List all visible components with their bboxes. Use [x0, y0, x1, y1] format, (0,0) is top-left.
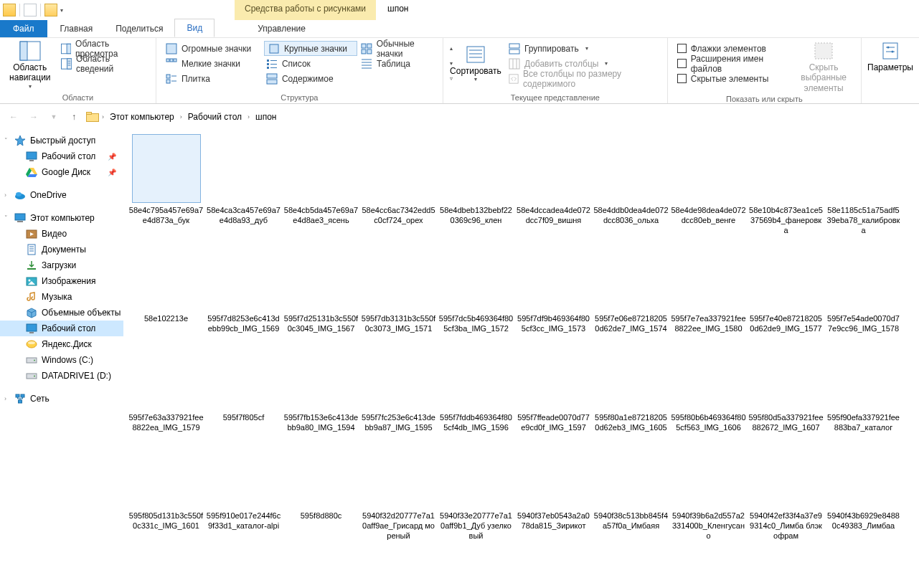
sidebar-3d-objects[interactable]: Объемные объекты	[0, 305, 123, 321]
sidebar-quick-gdrive[interactable]: Google Диск📌	[0, 164, 123, 180]
recent-locations-button[interactable]: ▼	[46, 109, 62, 125]
file-item[interactable]: 5940f43b6929e84880c49383_Лимбаа	[825, 440, 902, 541]
sidebar-yandex-disk[interactable]: Яндекс.Диск	[0, 336, 123, 352]
file-item[interactable]: 58e4dccadea4de072dcc7f09_вишня	[515, 134, 592, 235]
sidebar-quick-desktop[interactable]: Рабочий стол📌	[0, 148, 123, 164]
sidebar-desktop[interactable]: Рабочий стол	[0, 321, 123, 336]
file-item[interactable]: 5940f42ef33f4a37e99314c0_Лимба блэк офра…	[748, 440, 824, 541]
file-item[interactable]: 5940f32d20777e7a10aff9ae_Грисард мореный	[360, 440, 437, 541]
view-huge-icons[interactable]: Огромные значки	[164, 41, 263, 56]
file-item[interactable]: 595f7ffeade0070d77e9cd0f_IMG_1597	[515, 341, 592, 433]
file-item[interactable]: 595f7db3131b3c550f0c3073_IMG_1571	[360, 242, 437, 334]
file-item[interactable]: 58e4de98dea4de072dcc80eb_венге	[670, 134, 747, 235]
file-item[interactable]: 595f7d8253e6c413debb99cb_IMG_1569	[205, 242, 282, 334]
sort-button[interactable]: Сортировать ▾	[451, 41, 501, 86]
view-tiles[interactable]: Плитка	[164, 71, 263, 86]
file-item[interactable]: 595f7dc5b469364f805cf3ba_IMG_1572	[438, 242, 514, 334]
sidebar-downloads[interactable]: Загрузки	[0, 257, 123, 273]
file-item[interactable]: 58e4ca3ca457e69a7e4d8a93_дуб	[205, 134, 282, 235]
view-content[interactable]: Содержимое	[264, 71, 357, 86]
file-item[interactable]: 58e1185c51a75adf539eba78_калибровка	[825, 134, 902, 235]
chevron-right-icon[interactable]: ›	[180, 113, 182, 120]
file-item[interactable]: 595f7e63a337921fee8822ea_IMG_1579	[128, 341, 204, 433]
size-columns-button[interactable]: Все столбцы по размеру содержимого	[506, 71, 660, 86]
sidebar-music[interactable]: Музыка	[0, 289, 123, 305]
expand-icon[interactable]: ˅	[4, 137, 8, 144]
file-item[interactable]: 5940f49dc6a57f3812db4b37_Олива	[205, 549, 282, 589]
file-item[interactable]: 58e4dbeb132bebf220369c96_клен	[438, 134, 514, 235]
group-by-button[interactable]: Группировать	[506, 41, 660, 56]
file-item[interactable]: 595f7df9b469364f805cf3cc_IMG_1573	[515, 242, 592, 334]
file-item[interactable]: 5940f50ba5c4e329f43f70e4_Орех европейски…	[283, 549, 359, 589]
sidebar-onedrive[interactable]: ›OneDrive	[0, 187, 123, 203]
file-item[interactable]: 5940f33e20777e7a10aff9b1_Дуб узелковый	[438, 440, 514, 541]
file-item[interactable]: 595f80a1e872182050d62eb3_IMG_1605	[593, 341, 669, 433]
qat-newfolder-icon[interactable]	[44, 4, 57, 16]
sidebar-videos[interactable]: Видео	[0, 226, 123, 242]
forward-button[interactable]: →	[26, 109, 42, 125]
file-item[interactable]: 595f7e54ade0070d77e9cc96_IMG_1578	[825, 242, 902, 334]
chevron-right-icon[interactable]: ›	[248, 113, 250, 120]
file-item[interactable]: 58e4ddb0dea4de072dcc8036_ольха	[593, 134, 669, 235]
sidebar-documents[interactable]: Документы	[0, 242, 123, 257]
file-item[interactable]: 58e4cb5da457e69a7e4d8ae3_ясень	[283, 134, 359, 235]
file-item[interactable]: 5940f45b6a2d557a23314083_Мовингу	[128, 549, 204, 589]
file-item[interactable]: 595f7e06e872182050d62de7_IMG_1574	[593, 242, 669, 334]
file-item[interactable]: 58e102213e	[128, 242, 204, 334]
sidebar-quick-access[interactable]: ˅Быстрый доступ	[0, 133, 123, 148]
file-item[interactable]: 595f910e017e244f6c9f33d1_каталог-alpi	[205, 440, 282, 541]
tab-manage[interactable]: Управление	[246, 20, 317, 37]
sidebar-drive-c[interactable]: Windows (C:)	[0, 352, 123, 368]
options-button[interactable]: Параметры	[869, 41, 912, 72]
back-button[interactable]: ←	[6, 109, 22, 125]
tab-view[interactable]: Вид	[174, 19, 215, 37]
file-extensions-toggle[interactable]: Расширения имен файлов	[675, 56, 788, 71]
crumb-current[interactable]: шпон	[253, 110, 279, 123]
sidebar-this-pc[interactable]: ˅Этот компьютер	[0, 210, 123, 226]
file-item[interactable]: 595f7fc253e6c413debb9a87_IMG_1595	[360, 341, 437, 433]
view-list[interactable]: Список	[264, 56, 357, 71]
file-item[interactable]: 595f7e7ea337921fee8822ee_IMG_1580	[670, 242, 747, 334]
up-button[interactable]: ↑	[66, 109, 82, 125]
view-medium-icons[interactable]: Обычные значки	[359, 41, 445, 56]
tab-share[interactable]: Поделиться	[104, 20, 174, 37]
tab-home[interactable]: Главная	[49, 20, 105, 37]
file-item[interactable]: 58e4cc6ac7342edd5c0cf724_орех	[360, 134, 437, 235]
hidden-items-toggle[interactable]: Скрытые элементы	[675, 71, 788, 86]
tab-file[interactable]: Файл	[0, 20, 47, 37]
details-pane-button[interactable]: Область сведений	[59, 56, 149, 71]
crumb-this-pc[interactable]: Этот компьютер	[107, 110, 177, 123]
view-details[interactable]: Таблица	[359, 56, 445, 71]
crumb-desktop[interactable]: Рабочий стол	[185, 110, 245, 123]
expand-icon[interactable]: ˅	[4, 214, 8, 222]
address-bar[interactable]: › Этот компьютер › Рабочий стол › шпон	[86, 110, 913, 123]
file-item[interactable]: 5940f38c513bb845f4a57f0a_Имбаяя	[593, 440, 669, 541]
navigation-pane-button[interactable]: Область навигации ▾	[7, 41, 53, 90]
sidebar-pictures[interactable]: Изображения	[0, 273, 123, 289]
file-item[interactable]: 595f90efa337921fee883ba7_каталог	[825, 341, 902, 433]
sidebar-network[interactable]: ›Сеть	[0, 391, 123, 407]
file-item[interactable]: 595f7d25131b3c550f0c3045_IMG_1567	[283, 242, 359, 334]
file-item[interactable]: 58e4c795a457e69a7e4d873a_бук	[128, 134, 204, 235]
expand-icon[interactable]: ›	[4, 191, 6, 199]
sidebar-drive-d[interactable]: DATADRIVE1 (D:)	[0, 368, 123, 384]
qat-properties-icon[interactable]	[24, 4, 37, 16]
file-item[interactable]: 595f7e40e872182050d62de9_IMG_1577	[748, 242, 824, 334]
file-item[interactable]: 595f8d880c	[283, 440, 359, 541]
file-item[interactable]: 595f80d5a337921fee882672_IMG_1607	[748, 341, 824, 433]
file-item[interactable]: 595f80b6b469364f805cf563_IMG_1606	[670, 341, 747, 433]
file-item[interactable]: 5940f8d0aff	[360, 549, 437, 589]
hide-selected-button[interactable]: Скрыть выбранные элементы	[793, 41, 854, 93]
view-large-icons[interactable]: Крупные значки	[264, 41, 357, 56]
expand-icon[interactable]: ›	[4, 395, 6, 402]
file-item[interactable]: 595f7f805cf	[205, 341, 282, 433]
file-item[interactable]: 5940f37eb0543a2a078da815_Зирикот	[515, 440, 592, 541]
chevron-right-icon[interactable]: ›	[102, 113, 104, 120]
system-menu-icon[interactable]	[3, 4, 16, 16]
qat-customize-icon[interactable]: ▾	[60, 7, 63, 14]
file-item[interactable]: 595f805d131b3c550f0c331c_IMG_1601	[128, 440, 204, 541]
view-small-icons[interactable]: Мелкие значки	[164, 56, 263, 71]
file-item[interactable]: 5940f39b6a2d557a2331400b_Кленгусано	[670, 440, 747, 541]
file-item[interactable]: 595f7fb153e6c413debb9a80_IMG_1594	[283, 341, 359, 433]
file-item[interactable]: 58e10b4c873ea1ce537569b4_фанеровка	[748, 134, 824, 235]
